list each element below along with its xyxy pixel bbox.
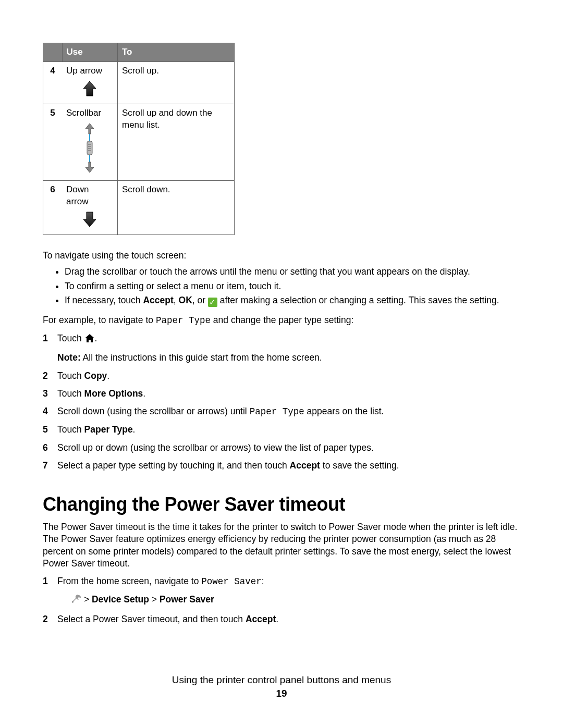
- text: , or: [192, 295, 208, 305]
- step: 5 Touch Paper Type.: [43, 423, 520, 436]
- code-text: Paper Type: [156, 315, 211, 326]
- th-blank: [43, 43, 63, 62]
- step-number: 2: [43, 369, 48, 382]
- table-row: 5 Scrollbar: [43, 104, 235, 180]
- example-intro: For example, to navigate to Paper Type a…: [43, 314, 520, 327]
- row-index: 5: [43, 104, 63, 180]
- text: Select a paper type setting by touching …: [57, 460, 290, 471]
- text: Select a Power Saver timeout, and then t…: [57, 614, 246, 624]
- text: .: [133, 424, 136, 435]
- footer-title: Using the printer control panel buttons …: [0, 674, 563, 686]
- row-index: 6: [43, 180, 63, 235]
- step: 2 Select a Power Saver timeout, and then…: [43, 612, 520, 626]
- row-to: Scroll up.: [118, 61, 235, 104]
- path-power-saver: Power Saver: [160, 594, 214, 604]
- more-options-label: More Options: [84, 388, 143, 399]
- power-saver-para: The Power Saver timeout is the time it t…: [43, 521, 520, 571]
- table-row: 4 Up arrow Scroll: [43, 61, 235, 104]
- section-heading: Changing the Power Saver timeout: [43, 494, 520, 515]
- row-to: Scroll down.: [118, 180, 235, 235]
- accept-label: Accept: [290, 460, 320, 471]
- step: 6 Scroll up or down (using the scrollbar…: [43, 441, 520, 454]
- ok-label: OK: [179, 295, 192, 305]
- home-icon: [84, 335, 95, 345]
- table-row: 6 Down arrow Scrol: [43, 180, 235, 235]
- step: 1 Touch . Note: All the instructions in …: [43, 331, 520, 365]
- text: Touch: [57, 424, 84, 435]
- step-note: Note: All the instructions in this guide…: [57, 351, 520, 364]
- step-number: 2: [43, 612, 48, 626]
- down-arrow-icon: [66, 211, 113, 231]
- list-item: If necessary, touch Accept, OK, or ✓ aft…: [65, 294, 520, 307]
- text: Touch: [57, 388, 84, 399]
- up-arrow-icon: [66, 80, 113, 101]
- row-to: Scroll up and down the menu list.: [118, 104, 235, 180]
- wrench-icon: [72, 596, 84, 606]
- note-label: Note:: [57, 352, 81, 363]
- path-device-setup: Device Setup: [92, 594, 149, 604]
- controls-table: Use To 4 Up arrow: [43, 43, 235, 235]
- nav-bullets: Drag the scrollbar or touch the arrows u…: [43, 266, 520, 307]
- text: Touch: [57, 371, 84, 381]
- step-number: 1: [43, 331, 48, 345]
- step-number: 3: [43, 387, 48, 400]
- text: to save the setting.: [320, 460, 399, 471]
- nav-path: > Device Setup > Power Saver: [57, 593, 520, 608]
- step: 4 Scroll down (using the scrollbar or ar…: [43, 404, 520, 418]
- text: From the home screen, navigate to: [57, 576, 201, 586]
- text: Scroll down (using the scrollbar or arro…: [57, 406, 250, 416]
- text: after making a selection or changing a s…: [217, 295, 499, 305]
- row-use-label: Scrollbar: [66, 108, 101, 118]
- text: and change the paper type setting:: [211, 315, 353, 325]
- step-number: 4: [43, 404, 48, 418]
- step: 2 Touch Copy.: [43, 369, 520, 382]
- scrollbar-icon: [66, 122, 113, 177]
- text: .: [107, 371, 109, 381]
- row-index: 4: [43, 61, 63, 104]
- note-text: All the instructions in this guide start…: [81, 352, 322, 363]
- accept-label: Accept: [143, 295, 173, 305]
- step: 3 Touch More Options.: [43, 387, 520, 400]
- text: >: [84, 594, 92, 604]
- footer-page-number: 19: [0, 688, 563, 699]
- text: If necessary, touch: [65, 295, 143, 305]
- accept-label: Accept: [246, 614, 276, 624]
- text: appears on the list.: [304, 406, 384, 416]
- page-footer: Using the printer control panel buttons …: [0, 674, 563, 699]
- nav-intro: To navigate using the touch screen:: [43, 250, 520, 262]
- text: ,: [174, 295, 179, 305]
- step-number: 1: [43, 574, 48, 588]
- row-use-label: Up arrow: [66, 66, 102, 76]
- row-use: Down arrow: [62, 180, 118, 235]
- check-icon: ✓: [208, 298, 217, 307]
- text: Scroll up or down (using the scrollbar o…: [57, 442, 374, 453]
- text: .: [276, 614, 278, 624]
- row-use-label: Down arrow: [66, 184, 89, 206]
- step: 1 From the home screen, navigate to Powe…: [43, 574, 520, 608]
- list-item: Drag the scrollbar or touch the arrows u…: [65, 266, 520, 278]
- step-number: 6: [43, 441, 48, 454]
- example-steps: 1 Touch . Note: All the instructions in …: [43, 331, 520, 472]
- text: :: [262, 576, 264, 586]
- th-to: To: [118, 43, 235, 62]
- text: .: [95, 333, 97, 343]
- row-use: Up arrow: [62, 61, 118, 104]
- code-text: Paper Type: [250, 406, 304, 417]
- code-text: Power Saver: [201, 576, 262, 587]
- text: Touch: [57, 333, 84, 343]
- paper-type-label: Paper Type: [84, 424, 133, 435]
- svg-rect-1: [87, 141, 92, 155]
- row-use: Scrollbar: [62, 104, 118, 180]
- text: .: [143, 388, 145, 399]
- step-number: 7: [43, 459, 48, 472]
- copy-label: Copy: [84, 371, 107, 381]
- th-use: Use: [62, 43, 118, 62]
- text: >: [149, 594, 160, 604]
- step-number: 5: [43, 423, 48, 436]
- text: For example, to navigate to: [43, 315, 156, 325]
- step: 7 Select a paper type setting by touchin…: [43, 459, 520, 472]
- power-saver-steps: 1 From the home screen, navigate to Powe…: [43, 574, 520, 626]
- list-item: To confirm a setting or select a menu or…: [65, 280, 520, 293]
